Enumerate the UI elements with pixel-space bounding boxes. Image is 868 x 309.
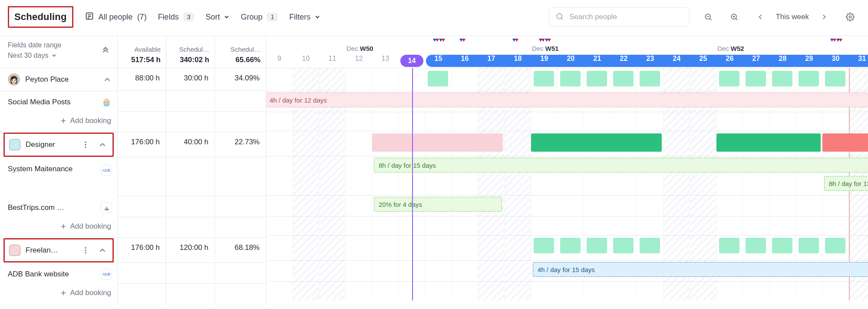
day-label[interactable]: 28 bbox=[769, 55, 796, 63]
group-swatch bbox=[9, 245, 20, 256]
day-label[interactable]: 24 bbox=[663, 55, 690, 63]
day-label[interactable]: 17 bbox=[478, 55, 505, 63]
day-label[interactable]: 12 bbox=[346, 55, 372, 63]
stat-cell: 68.18% bbox=[215, 238, 266, 263]
day-label[interactable]: 15 bbox=[425, 55, 452, 63]
availability-block[interactable] bbox=[640, 71, 660, 86]
booking-bar[interactable]: 4h / day for 12 days bbox=[266, 93, 868, 107]
availability-block[interactable] bbox=[772, 238, 792, 253]
group-name: Designer bbox=[26, 140, 55, 149]
day-label[interactable]: 25 bbox=[690, 55, 716, 63]
availability-block[interactable] bbox=[825, 238, 845, 253]
task-row-adb[interactable]: ADB Bank website ADB bbox=[0, 263, 117, 285]
stat-columns: Available 517:54 h 88:00 h . . 176:00 h … bbox=[118, 36, 266, 306]
event-flag-icon bbox=[836, 39, 842, 46]
availability-block[interactable] bbox=[772, 71, 792, 86]
group-row-freelancer[interactable]: Freelan… bbox=[3, 238, 114, 262]
svg-point-17 bbox=[85, 144, 86, 145]
availability-block[interactable] bbox=[372, 133, 503, 152]
group-label: Group bbox=[241, 13, 262, 22]
project-icon: ADB bbox=[101, 165, 112, 176]
availability-block[interactable] bbox=[560, 238, 581, 253]
availability-block[interactable] bbox=[613, 71, 634, 86]
day-label[interactable]: 13 bbox=[372, 55, 399, 63]
availability-block[interactable] bbox=[719, 71, 739, 86]
timeline[interactable]: Dec W50Dec W51Dec W521491011121315161718… bbox=[266, 36, 868, 306]
person-row-peyton[interactable]: 👩🏻 Peyton Place bbox=[0, 68, 117, 91]
settings-button[interactable] bbox=[843, 10, 858, 24]
availability-block[interactable] bbox=[534, 71, 554, 86]
chevron-up-icon[interactable] bbox=[98, 140, 107, 150]
svg-point-23 bbox=[85, 252, 86, 253]
availability-block[interactable] bbox=[531, 133, 662, 152]
prev-week-button[interactable] bbox=[753, 10, 768, 24]
kebab-icon[interactable] bbox=[81, 246, 90, 255]
zoom-in-button[interactable] bbox=[727, 10, 742, 24]
search-input[interactable] bbox=[568, 12, 625, 22]
day-label[interactable]: 21 bbox=[584, 55, 611, 63]
day-label[interactable]: 16 bbox=[452, 55, 478, 63]
availability-block[interactable] bbox=[428, 71, 448, 86]
group-dropdown[interactable]: Group 1 bbox=[241, 13, 278, 22]
day-label[interactable]: 23 bbox=[637, 55, 663, 63]
task-row-besttrips[interactable]: BestTrips.com lan… ⛰️ bbox=[0, 197, 117, 219]
availability-block[interactable] bbox=[825, 71, 845, 86]
availability-block[interactable] bbox=[587, 238, 607, 253]
fields-date-range[interactable]: Fields date range Next 30 days bbox=[0, 36, 117, 68]
day-label[interactable]: 30 bbox=[822, 55, 849, 63]
kebab-icon[interactable] bbox=[81, 140, 90, 149]
booking-bar[interactable]: 8h / day for 13 days bbox=[824, 176, 868, 191]
fields-dropdown[interactable]: Fields 3 bbox=[158, 13, 195, 22]
booking-bar[interactable]: 8h / day for 15 days bbox=[374, 158, 868, 173]
availability-block[interactable] bbox=[613, 238, 634, 253]
availability-block[interactable] bbox=[799, 71, 819, 86]
availability-block[interactable] bbox=[640, 238, 660, 253]
this-week-button[interactable]: This week bbox=[776, 13, 809, 21]
availability-block[interactable] bbox=[746, 71, 766, 86]
day-label[interactable]: 10 bbox=[293, 55, 319, 63]
collapse-all-button[interactable] bbox=[100, 46, 111, 57]
availability-block[interactable] bbox=[534, 238, 554, 253]
add-booking-button[interactable]: Add booking bbox=[0, 285, 117, 303]
day-label[interactable]: 26 bbox=[716, 55, 743, 63]
chevron-up-icon[interactable] bbox=[98, 246, 107, 255]
day-label[interactable]: 11 bbox=[319, 55, 346, 63]
fields-date-range-label: Fields date range bbox=[8, 41, 111, 49]
day-label[interactable]: 18 bbox=[505, 55, 531, 63]
availability-block[interactable] bbox=[587, 71, 607, 86]
chevron-up-icon[interactable] bbox=[102, 75, 112, 84]
day-label[interactable]: 19 bbox=[531, 55, 558, 63]
day-label[interactable]: 20 bbox=[558, 55, 584, 63]
day-label[interactable]: 22 bbox=[611, 55, 637, 63]
sort-dropdown[interactable]: Sort bbox=[205, 13, 229, 22]
task-row-sysm[interactable]: System Maitenance ADB bbox=[0, 158, 117, 197]
task-name: System Maitenance bbox=[8, 165, 73, 173]
task-name: ADB Bank website bbox=[8, 270, 69, 279]
day-label[interactable]: 9 bbox=[266, 55, 293, 63]
booking-bar[interactable]: 4h / day for 15 days bbox=[533, 262, 868, 277]
availability-block[interactable] bbox=[822, 133, 868, 152]
booking-bar[interactable]: 20% for 4 days bbox=[374, 197, 502, 212]
filters-dropdown[interactable]: Filters bbox=[289, 13, 320, 22]
availability-block[interactable] bbox=[799, 238, 819, 253]
task-row-social[interactable]: Social Media Posts 🧁 bbox=[0, 91, 117, 113]
day-label[interactable]: 27 bbox=[743, 55, 769, 63]
day-label[interactable]: 31 bbox=[849, 55, 868, 63]
availability-block[interactable] bbox=[746, 238, 766, 253]
group-row-designer[interactable]: Designer bbox=[3, 133, 114, 157]
project-icon: 🧁 bbox=[101, 96, 112, 108]
next-week-button[interactable] bbox=[817, 10, 832, 24]
availability-block[interactable] bbox=[560, 71, 581, 86]
add-booking-label: Add booking bbox=[70, 289, 111, 297]
availability-block[interactable] bbox=[719, 238, 739, 253]
availability-block[interactable] bbox=[716, 133, 821, 152]
add-booking-button[interactable]: Add booking bbox=[0, 219, 117, 237]
add-booking-button[interactable]: Add booking bbox=[0, 113, 117, 132]
stat-cell: 176:00 h bbox=[118, 132, 166, 157]
scheduling-body: Fields date range Next 30 days 👩🏻 Peyton… bbox=[0, 36, 868, 306]
day-label[interactable]: 29 bbox=[796, 55, 822, 63]
zoom-out-button[interactable] bbox=[701, 10, 716, 24]
all-people-dropdown[interactable]: All people (7) bbox=[85, 11, 147, 23]
fields-label: Fields bbox=[158, 13, 179, 22]
search-people[interactable] bbox=[549, 7, 690, 27]
